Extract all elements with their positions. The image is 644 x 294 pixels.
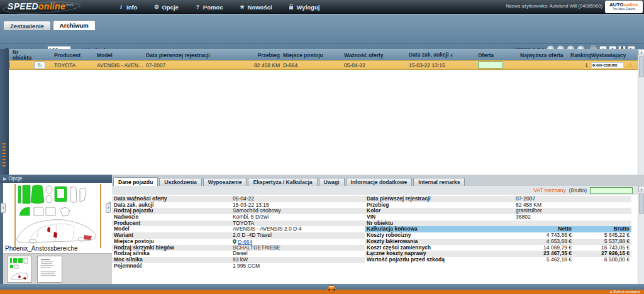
- location-link[interactable]: D-664: [238, 239, 252, 245]
- sort-down-icon: ∨: [450, 53, 453, 57]
- field-value: Diesel: [233, 251, 365, 257]
- cell-data-zak: 15-03-22 13:15: [408, 62, 477, 68]
- vat-input[interactable]: [590, 187, 633, 194]
- col-producent[interactable]: Producent: [53, 53, 96, 58]
- menu-label: Info: [126, 4, 137, 11]
- col-nr-obiektu[interactable]: Nr obiektu: [11, 50, 33, 61]
- thumbnail-diagram[interactable]: [7, 256, 32, 283]
- image-caption: Phoenix_Anstossbereiche: [5, 245, 78, 252]
- lock-icon: [289, 4, 294, 11]
- col-przebieg[interactable]: Przebieg: [245, 53, 282, 58]
- col-data-rejestracji[interactable]: Data pierwszej rejestracji: [145, 53, 245, 58]
- tab-archiwum[interactable]: Archiwum: [53, 20, 96, 30]
- tab-internal-remarks[interactable]: Internal remarks: [413, 178, 465, 186]
- tab-wyposazenie[interactable]: Wyposażenie: [203, 178, 247, 186]
- menu-label: Nowości: [248, 4, 272, 11]
- tab-ekspertyza-kalkulacja[interactable]: Ekspertyza / Kalkulacja: [248, 178, 317, 186]
- field-value: SCHALTGETRIEBE: [233, 245, 365, 251]
- col-wystawiajacy[interactable]: Wystawiający: [590, 53, 626, 58]
- field-label: Rodzaj pojazdu: [112, 208, 233, 214]
- tab-zestawienie[interactable]: Zestawienie: [3, 21, 51, 30]
- col-miejsce-postoju[interactable]: Miejsce postoju: [282, 53, 343, 58]
- logo-web-sup: web: [66, 3, 74, 6]
- field-label: Wariant: [112, 232, 233, 239]
- col-ranking[interactable]: Ranking: [569, 53, 590, 58]
- scrollbar-thumb[interactable]: [639, 56, 644, 77]
- offer-input[interactable]: [478, 62, 503, 68]
- calc-netto: 5 462,18 €: [511, 257, 574, 263]
- col-waznosc-oferty[interactable]: Ważność oferty: [343, 53, 408, 58]
- detail-tabs: Dane pojazdu Uszkodzenia Wyposażenie Eks…: [113, 177, 465, 186]
- col-najwyzsza-oferta[interactable]: Najwyższa oferta: [519, 53, 569, 58]
- field-label: Data pierwszej rejestracji: [365, 196, 516, 202]
- field-value: 15-03-22 13:15: [233, 202, 365, 209]
- sub-header: Zestawienie Archiwum Rozmiar strony 100 …: [0, 14, 644, 49]
- vat-band: VAT nieznany (Brutto): [112, 186, 638, 195]
- expand-arrow-icon: ▶: [3, 177, 6, 181]
- cell-przebieg: 82 458 KM: [245, 62, 282, 68]
- warning-icon[interactable]: ⚠: [627, 62, 633, 68]
- table-row[interactable]: ↻ TOYOTA AVENSIS - AVENSI... 07-2007 82 …: [0, 60, 638, 70]
- field-label: Moc silnika: [112, 257, 233, 263]
- wrench-icon: ⚙: [153, 4, 159, 10]
- brand-tagline: The Value Experts: [613, 8, 636, 11]
- detail-scrollbar[interactable]: ▲: [638, 186, 644, 284]
- scroll-up-icon[interactable]: ▲: [638, 49, 644, 55]
- field-value: 05-04-22: [233, 196, 365, 202]
- field-label: Producent: [112, 220, 233, 227]
- calc-title: Kalkulacja końcowa: [365, 226, 511, 232]
- detail-fields: Data ważności oferty05-04-22 Data zak. a…: [112, 196, 631, 269]
- menu-label: Opcje: [162, 4, 178, 11]
- table-scrollbar[interactable]: ▲: [638, 49, 644, 175]
- username-display: Nazwa użytkownika: Autoland Will (049859…: [506, 3, 602, 9]
- field-value: Kombi, 5 Drzwi: [233, 214, 365, 220]
- prev-image-button[interactable]: ‹: [1, 203, 6, 213]
- menu-item-pomoc[interactable]: ? Pomoc: [195, 4, 223, 11]
- field-value: granitsilber: [516, 208, 631, 214]
- vehicle-detail-panel: » VAT nieznany (Brutto) Data ważności of…: [112, 186, 638, 284]
- menu-label: Pomoc: [203, 4, 223, 11]
- col-data-zak-aukcji[interactable]: Data zak. aukcji ∨: [408, 52, 477, 58]
- field-label: VIN: [365, 214, 516, 220]
- menu-item-wyloguj[interactable]: Wyloguj: [289, 4, 320, 11]
- speedonline-logo: SPEEDonlineweb: [8, 1, 74, 11]
- thumbnail-document[interactable]: [37, 256, 62, 283]
- field-label: Model: [112, 226, 233, 232]
- cell-miejsce: D-664: [282, 62, 343, 68]
- tab-dane-pojazdu[interactable]: Dane pojazdu: [113, 177, 158, 186]
- options-bar[interactable]: ▶Opcje: [0, 175, 112, 183]
- rotate-photo-button[interactable]: ↻: [34, 62, 45, 69]
- menu-item-nowosci[interactable]: ★ Nowości: [240, 4, 272, 11]
- cell-rejestracja: 07-2007: [145, 62, 245, 68]
- vehicle-wireframe-damage: [11, 214, 102, 246]
- scrollbar-thumb[interactable]: [639, 193, 644, 214]
- cell-ranking: 1: [569, 62, 590, 68]
- calc-label: Koszt części zamiennych: [365, 245, 511, 251]
- top-bar: SPEEDonlineweb i Info ⚙ Opcje ? Pomoc ★ …: [0, 0, 644, 14]
- col-model[interactable]: Model: [96, 53, 145, 58]
- scroll-up-icon[interactable]: ▲: [638, 186, 644, 192]
- question-icon: ?: [195, 4, 201, 10]
- col-oferta[interactable]: Oferta: [477, 53, 519, 58]
- seller-emblem-icon: [592, 64, 595, 67]
- tab-uszkodzenia[interactable]: Uszkodzenia: [159, 178, 202, 186]
- speedonline-app: SPEEDonlineweb i Info ⚙ Opcje ? Pomoc ★ …: [0, 0, 644, 294]
- calc-header-row: Kalkulacja końcowa Netto Brutto: [365, 226, 631, 232]
- tab-informacje-dodatkowe[interactable]: Informacje dodatkowe: [346, 178, 413, 186]
- info-icon: i: [118, 4, 124, 10]
- star-icon: ★: [240, 4, 245, 10]
- tab-uwagi[interactable]: Uwagi: [319, 178, 345, 186]
- field-label: Przebieg: [365, 202, 516, 209]
- calc-row-total: Łączne koszty naprawy23 467,35 €27 926,1…: [365, 251, 631, 257]
- autoonline-logo: AUTOonline The Value Experts: [605, 1, 643, 13]
- menu-item-opcje[interactable]: ⚙ Opcje: [153, 4, 178, 11]
- options-label: Opcje: [8, 175, 22, 182]
- collapse-arrow-icon[interactable]: »: [108, 200, 111, 205]
- tab-divider: [0, 43, 644, 44]
- menu-item-info[interactable]: i Info: [118, 4, 137, 11]
- field-value: Samochód osobowy: [233, 208, 365, 214]
- field-value: AVENSIS - AVENSIS 2.0 D-4: [233, 226, 365, 232]
- splitter-handle[interactable]: [3, 143, 6, 167]
- field-label: Pojemność: [112, 263, 233, 270]
- logo-speed: SPEED: [8, 1, 38, 11]
